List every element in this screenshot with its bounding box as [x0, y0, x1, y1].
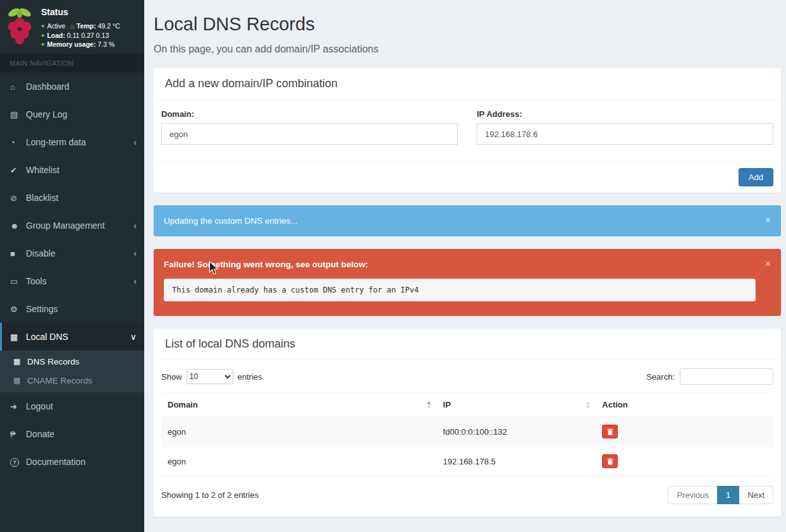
- trash-icon: [607, 458, 613, 465]
- domain-field-group: Domain:: [161, 109, 458, 145]
- status-line-load: ●Load: 0.11 0.27 0.13: [41, 31, 120, 40]
- local-dns-submenu: ▦ DNS Records ▦ CNAME Records: [0, 351, 144, 392]
- sidebar-item-blacklist[interactable]: ⊘ Blacklist: [0, 184, 144, 212]
- previous-page-button[interactable]: Previous: [668, 486, 718, 504]
- delete-button[interactable]: [602, 425, 618, 438]
- sidebar-item-dns-records[interactable]: ▦ DNS Records: [0, 352, 144, 371]
- action-cell: [596, 447, 773, 476]
- next-page-button[interactable]: Next: [739, 486, 773, 504]
- error-alert-title: Failure! Something went wrong, see outpu…: [164, 260, 368, 269]
- chevron-left-icon: ‹: [133, 276, 137, 286]
- search-control: Search:: [646, 368, 773, 385]
- search-input[interactable]: [680, 368, 773, 385]
- sidebar-item-logout[interactable]: ➜ Logout: [0, 392, 144, 420]
- entries-summary: Showing 1 to 2 of 2 entries: [161, 490, 259, 500]
- load-value: 0.11 0.27 0.13: [67, 32, 109, 39]
- ip-cell: fd00:0:0:100::132: [437, 417, 596, 447]
- add-card-title: Add a new domain/IP combination: [154, 68, 781, 100]
- menu-label: Local DNS: [26, 332, 68, 342]
- add-card-footer: Add: [154, 161, 781, 193]
- load-status-dot: ●: [41, 32, 44, 39]
- menu-label: Dashboard: [26, 82, 70, 92]
- pagination: Previous 1 Next: [668, 486, 773, 504]
- chevron-left-icon: ‹: [133, 248, 137, 258]
- menu-label: Documentation: [26, 457, 85, 467]
- load-label: Load:: [47, 32, 65, 39]
- sidebar-item-local-dns[interactable]: ▦ Local DNS ∨: [0, 323, 144, 351]
- main-navigation-label: MAIN NAVIGATION: [0, 54, 144, 73]
- users-icon: ☻: [10, 221, 26, 231]
- dns-list-card: List of local DNS domains Show 10 entrie…: [154, 329, 781, 517]
- add-card-body: Domain: IP Address:: [154, 100, 781, 161]
- list-card-body: Show 10 entries Search:: [154, 360, 781, 517]
- chevron-left-icon: ‹: [133, 137, 137, 147]
- menu-label: Donate: [26, 429, 54, 439]
- memory-value: 7.3 %: [97, 40, 114, 48]
- sort-icons: ▴▾: [587, 401, 590, 409]
- ip-address-input[interactable]: [477, 123, 773, 145]
- pihole-logo: [4, 6, 37, 48]
- sidebar-item-whitelist[interactable]: ✔ Whitelist: [0, 156, 144, 184]
- temperature-icon: ♨: [70, 23, 75, 30]
- sidebar-item-tools[interactable]: ▭ Tools ‹: [0, 267, 144, 295]
- domain-cell: egon: [161, 417, 437, 447]
- entries-per-page-select[interactable]: 10: [187, 369, 233, 384]
- list-card-title: List of local DNS domains: [154, 329, 781, 360]
- add-button[interactable]: Add: [739, 168, 773, 186]
- ban-icon: ⊘: [10, 193, 26, 203]
- menu-label: CNAME Records: [27, 376, 92, 385]
- status-line-memory: ●Memory usage: 7.3 %: [41, 40, 120, 49]
- ip-address-label: IP Address:: [477, 109, 773, 119]
- column-header-domain[interactable]: Domain ▴▾: [161, 393, 437, 417]
- folder-icon: ▭: [10, 277, 26, 286]
- action-cell: [596, 417, 773, 447]
- domain-cell: egon: [161, 447, 437, 476]
- menu-label: Group Management: [26, 221, 105, 231]
- address-book-icon: ▦: [13, 357, 27, 366]
- temp-label: Temp:: [77, 22, 96, 30]
- main-content: Local DNS Records On this page, you can …: [144, 14, 786, 517]
- error-output: This domain already has a custom DNS ent…: [164, 279, 756, 301]
- sidebar-item-group-management[interactable]: ☻ Group Management ‹: [0, 212, 144, 239]
- error-alert: × Failure! Something went wrong, see out…: [154, 249, 781, 316]
- sidebar-item-cname-records[interactable]: ▦ CNAME Records: [0, 371, 144, 390]
- info-alert-text: Updating the custom DNS entries...: [164, 216, 298, 226]
- info-alert-close-button[interactable]: ×: [765, 216, 771, 225]
- address-book-icon: ▦: [13, 376, 27, 385]
- dns-records-table: Domain ▴▾ IP ▴▾ Action: [161, 392, 773, 476]
- sidebar-item-dashboard[interactable]: ⌂ Dashboard: [0, 73, 144, 100]
- address-book-icon: ▦: [10, 332, 26, 342]
- sort-icons: ▴▾: [427, 401, 431, 409]
- menu-label: Query Log: [26, 109, 67, 119]
- page-1-button[interactable]: 1: [717, 486, 739, 504]
- active-label: Active: [47, 22, 65, 30]
- column-label: Domain: [168, 400, 198, 409]
- domain-input[interactable]: [161, 123, 458, 145]
- logout-icon: ➜: [10, 402, 26, 411]
- gears-icon: ⚙: [10, 305, 26, 314]
- sidebar-item-documentation[interactable]: ? Documentation: [0, 448, 144, 476]
- sidebar-menu: ⌂ Dashboard ▤ Query Log ◔ Long-term data…: [0, 73, 144, 476]
- menu-label: Long-term data: [26, 137, 86, 147]
- sidebar-item-settings[interactable]: ⚙ Settings: [0, 295, 144, 323]
- menu-label: Whitelist: [26, 165, 59, 175]
- stop-icon: ■: [10, 249, 26, 258]
- chevron-left-icon: ‹: [133, 221, 137, 231]
- sidebar-item-long-term-data[interactable]: ◔ Long-term data ‹: [0, 128, 144, 156]
- check-icon: ✔: [10, 166, 26, 175]
- status-line-active: ●Active♨Temp: 49.2 °C: [41, 21, 120, 31]
- sidebar-item-query-log[interactable]: ▤ Query Log: [0, 100, 144, 128]
- column-header-ip[interactable]: IP ▴▾: [437, 393, 596, 417]
- status-info: Status ●Active♨Temp: 49.2 °C ●Load: 0.11…: [41, 6, 120, 49]
- sidebar-item-disable[interactable]: ■ Disable ‹: [0, 239, 144, 267]
- error-alert-close-button[interactable]: ×: [765, 260, 771, 269]
- sidebar-item-donate[interactable]: ₱ Donate: [0, 420, 144, 448]
- entries-per-page-control: Show 10 entries: [161, 369, 262, 384]
- paypal-icon: ₱: [10, 430, 26, 439]
- search-label: Search:: [646, 372, 675, 382]
- add-domain-card: Add a new domain/IP combination Domain: …: [154, 68, 781, 193]
- app-window: Status ●Active♨Temp: 49.2 °C ●Load: 0.11…: [0, 0, 786, 532]
- home-icon: ⌂: [10, 82, 26, 92]
- delete-button[interactable]: [602, 454, 618, 468]
- page-subtitle: On this page, you can add domain/IP asso…: [154, 44, 781, 55]
